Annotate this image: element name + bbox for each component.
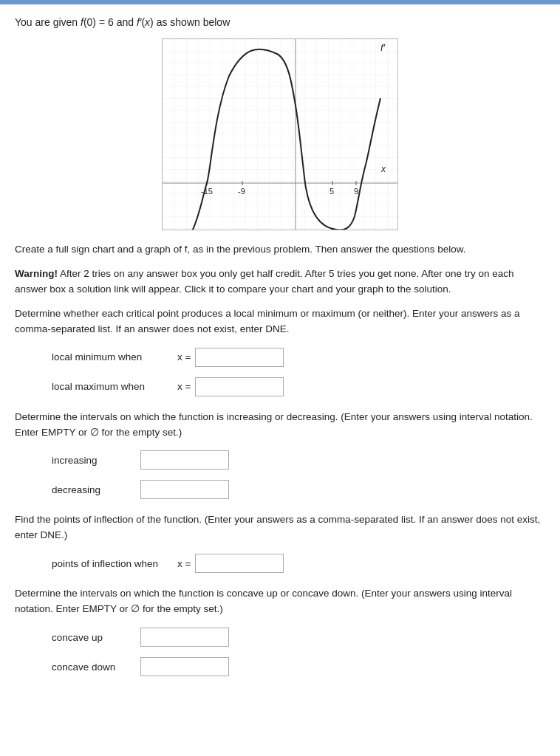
increasing-label: increasing (52, 455, 140, 466)
local-min-input[interactable] (195, 348, 284, 367)
concave-down-row: concave down (52, 657, 545, 676)
critical-points-question: Determine whether each critical point pr… (15, 306, 545, 337)
concave-up-row: concave up (52, 628, 545, 647)
decreasing-input[interactable] (140, 480, 229, 499)
local-max-eq: x = (177, 381, 191, 392)
local-max-row: local maximum when x = (52, 377, 545, 396)
graph-grid: -15 -9 5 9 f′ x (163, 39, 397, 230)
increasing-row: increasing (52, 450, 545, 470)
concave-up-input[interactable] (140, 628, 229, 647)
svg-text:f′: f′ (380, 42, 386, 53)
concavity-question: Determine the intervals on which the fun… (15, 586, 545, 617)
inflection-question: Find the points of inflection of the fun… (15, 512, 545, 543)
svg-text:9: 9 (354, 187, 358, 196)
local-min-eq: x = (177, 351, 191, 362)
inflection-input[interactable] (195, 554, 284, 573)
concave-down-input[interactable] (140, 657, 229, 676)
local-min-label: local minimum when (52, 351, 177, 362)
svg-text:x: x (380, 164, 386, 174)
intro-text: You are given f(0) = 6 and f′(x) as show… (15, 16, 545, 28)
inflection-eq: x = (177, 558, 191, 569)
local-max-input[interactable] (195, 377, 284, 396)
main-instruction: Create a full sign chart and a graph of … (15, 242, 545, 258)
concave-down-label: concave down (52, 662, 140, 673)
inflection-label: points of inflection when (52, 558, 177, 569)
local-max-label: local maximum when (52, 381, 177, 392)
inflection-row: points of inflection when x = (52, 554, 545, 573)
svg-text:-15: -15 (201, 187, 213, 196)
decreasing-label: decreasing (52, 484, 140, 495)
warning-bold: Warning! (15, 268, 58, 279)
warning-text: Warning! After 2 tries on any answer box… (15, 267, 545, 298)
graph-area: -15 -9 5 9 f′ x (162, 38, 398, 230)
concave-up-label: concave up (52, 632, 140, 643)
svg-rect-0 (163, 39, 397, 230)
svg-text:5: 5 (329, 187, 334, 196)
increasing-input[interactable] (140, 450, 229, 470)
local-min-row: local minimum when x = (52, 348, 545, 367)
decreasing-row: decreasing (52, 480, 545, 499)
svg-text:-9: -9 (238, 187, 245, 196)
graph-container: -15 -9 5 9 f′ x (15, 38, 545, 230)
intervals-question: Determine the intervals on which the fun… (15, 410, 545, 441)
